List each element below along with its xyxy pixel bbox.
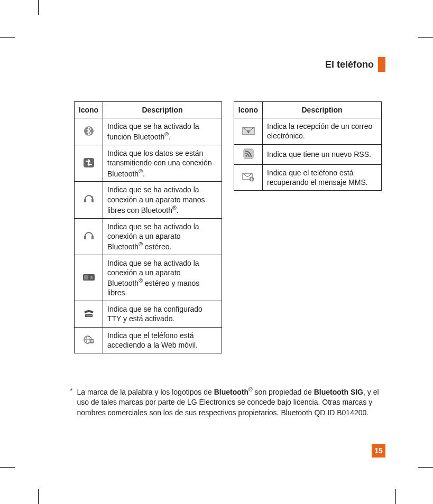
bluetooth-handsfree-icon (81, 193, 96, 205)
svg-rect-22 (91, 340, 93, 342)
rss-icon (241, 148, 256, 160)
crop-mark (418, 37, 433, 38)
page-number: 15 (372, 444, 385, 458)
icon-cell: S (75, 255, 103, 301)
bluetooth-stereo-hf-icon: S (81, 272, 96, 283)
icon-cell (234, 164, 263, 190)
icon-cell (75, 327, 103, 353)
header-description: Description (103, 102, 222, 118)
footnote-text: La marca de la palabra y los logotipos d… (77, 386, 385, 418)
table-row: Indica que tiene un nuevo RSS. (234, 144, 382, 164)
svg-text:S: S (90, 276, 93, 279)
crop-mark (38, 0, 39, 15)
crop-mark (0, 467, 15, 468)
table-header-row: Icono Description (75, 102, 222, 118)
description-cell: Indica que los datos se están transmitie… (103, 145, 222, 182)
description-cell: Indica la recepción de un correo electró… (263, 118, 382, 144)
icon-cell (75, 182, 103, 218)
table-row: ♪ Indica que se ha activado la conexión … (75, 218, 222, 255)
table-row: Indica que se ha activado la función Blu… (75, 118, 222, 145)
icon-cell (75, 301, 103, 327)
svg-text:e: e (247, 129, 250, 134)
svg-rect-5 (84, 236, 86, 239)
section-title: El teléfono (325, 59, 374, 70)
svg-rect-9 (84, 275, 88, 279)
icon-cell (75, 145, 103, 182)
tty-icon (81, 308, 96, 320)
icon-cell (75, 118, 103, 145)
table-row: Indica que se ha configurado TTY y está … (75, 301, 222, 327)
section-tab (378, 57, 385, 72)
icon-cell: ♪ (75, 218, 103, 255)
svg-point-26 (245, 155, 247, 157)
description-cell: Indica que se ha activado la conexión a … (103, 255, 222, 301)
section-header: El teléfono (325, 57, 385, 72)
description-cell: Indica que el teléfono está recuperando … (263, 164, 382, 190)
tables-container: Icono Description Indica que se ha activ… (74, 101, 385, 353)
description-cell: Indica que se ha activado la conexión a … (103, 182, 222, 218)
header-icon: Icono (75, 102, 103, 118)
svg-rect-6 (91, 236, 94, 239)
table-row: e Indica la recepción de un correo elect… (234, 118, 382, 144)
footnote: * La marca de la palabra y los logotipos… (70, 386, 385, 418)
table-row: S Indica que se ha activado la conexión … (75, 255, 222, 301)
description-cell: Indica que se ha activado la función Blu… (103, 118, 222, 145)
mms-retrieve-icon (241, 171, 256, 183)
bluetooth-stereo-icon: ♪ (81, 230, 96, 242)
table-header-row: Icono Description (234, 102, 382, 118)
svg-rect-3 (91, 199, 94, 202)
icon-table-left: Icono Description Indica que se ha activ… (74, 101, 222, 353)
svg-rect-2 (84, 199, 86, 202)
table-row: Indica que el teléfono está accediendo a… (75, 327, 222, 353)
table-row: Indica que se ha activado la conexión a … (75, 182, 222, 218)
description-cell: Indica que se ha activado la conexión a … (103, 218, 222, 255)
svg-text:♪: ♪ (88, 236, 89, 239)
description-cell: Indica que tiene un nuevo RSS. (263, 144, 382, 164)
icon-table-right: Icono Description e Indica la recepción … (234, 101, 382, 191)
bluetooth-transfer-icon (81, 157, 96, 169)
table-row: Indica que los datos se están transmitie… (75, 145, 222, 182)
crop-mark (0, 37, 15, 38)
icon-cell (234, 144, 263, 164)
footnote-asterisk: * (70, 386, 72, 418)
header-description: Description (263, 102, 382, 118)
icon-cell: e (234, 118, 263, 144)
crop-mark (395, 489, 396, 504)
page: El teléfono Icono Description Indica que… (0, 0, 433, 504)
bluetooth-on-icon (81, 125, 96, 137)
email-icon: e (241, 125, 256, 137)
description-cell: Indica que se ha configurado TTY y está … (103, 301, 222, 327)
crop-mark (38, 489, 39, 504)
crop-mark (418, 467, 433, 468)
table-row: Indica que el teléfono está recuperando … (234, 164, 382, 190)
header-icon: Icono (234, 102, 263, 118)
mobile-web-icon (81, 334, 96, 346)
svg-point-4 (91, 196, 93, 198)
svg-rect-25 (244, 149, 253, 158)
description-cell: Indica que el teléfono está accediendo a… (103, 327, 222, 353)
